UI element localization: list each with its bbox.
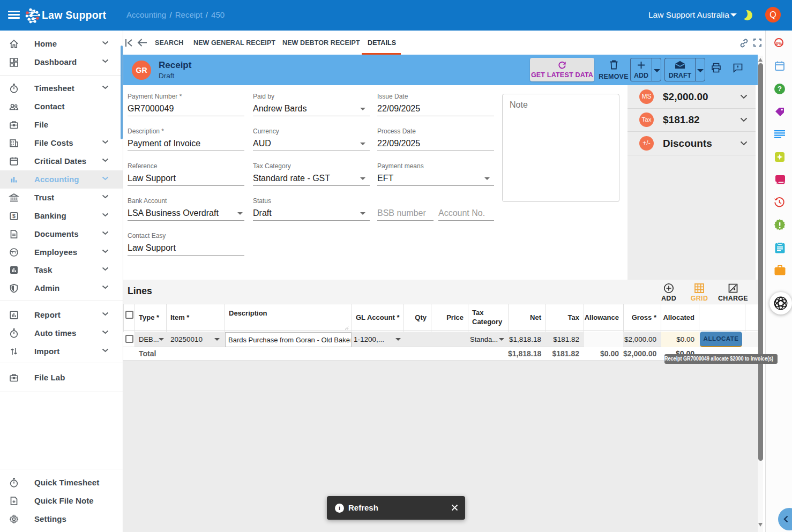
svg-text:$: $ xyxy=(12,213,16,219)
